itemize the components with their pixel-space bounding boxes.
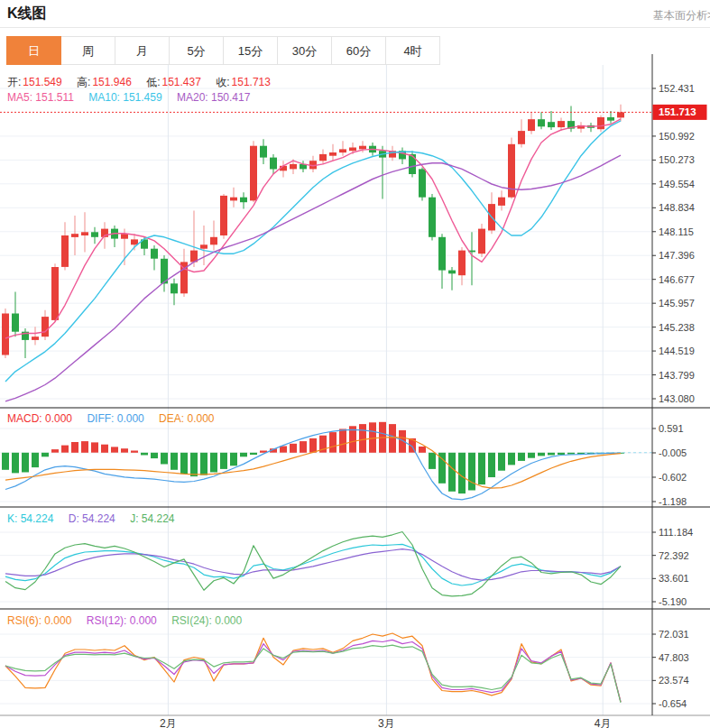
svg-text:-0.005: -0.005: [659, 447, 687, 458]
svg-text:148.115: 148.115: [659, 226, 694, 237]
price-badge: 151.713: [659, 106, 696, 117]
rsi24-value: RSI(24): 0.000: [171, 614, 242, 627]
svg-text:145.957: 145.957: [659, 298, 695, 309]
tab-5min[interactable]: 5分: [169, 36, 224, 65]
svg-text:72.392: 72.392: [659, 550, 689, 561]
svg-text:23.574: 23.574: [659, 675, 689, 686]
tab-month[interactable]: 月: [115, 36, 170, 65]
kdj-legend: K: 54.224 D: 54.224 J: 54.224: [7, 512, 187, 525]
svg-text:147.396: 147.396: [659, 250, 695, 261]
ma5-value: MA5: 151.511: [7, 91, 74, 104]
ohlc-high: 高:151.946: [77, 76, 132, 88]
kline-app: K线图 基本面分析> 日周月5分15分30分60分4时 152.431150.9…: [0, 0, 710, 728]
ohlc-legend: 开:151.549 高:151.946 低:151.437 收:151.713: [7, 75, 282, 90]
svg-text:111.184: 111.184: [659, 527, 693, 538]
svg-text:150.992: 150.992: [659, 131, 695, 142]
ohlc-close: 收:151.713: [216, 76, 271, 88]
tab-4hour[interactable]: 4时: [385, 36, 440, 65]
period-tab-bar: 日周月5分15分30分60分4时: [7, 36, 440, 65]
macd-histogram: [2, 422, 624, 493]
rsi12-value: RSI(12): 0.000: [87, 614, 157, 627]
svg-text:143.799: 143.799: [659, 370, 695, 381]
svg-text:-0.602: -0.602: [659, 472, 687, 483]
svg-text:146.677: 146.677: [659, 274, 695, 285]
rsi6-value: RSI(6): 0.000: [7, 614, 71, 627]
tab-15min[interactable]: 15分: [223, 36, 278, 65]
j-line: [5, 532, 621, 596]
svg-text:33.601: 33.601: [659, 573, 689, 584]
svg-text:72.031: 72.031: [659, 629, 689, 640]
svg-text:-5.190: -5.190: [659, 596, 687, 607]
svg-text:149.554: 149.554: [659, 179, 695, 189]
ma20-line: [5, 155, 621, 401]
tab-week[interactable]: 周: [60, 36, 115, 65]
x-axis-month-label: 4月: [595, 717, 612, 728]
k-value: K: 54.224: [7, 512, 53, 525]
ma-legend: MA5: 151.511 MA10: 151.459 MA20: 150.417: [7, 91, 262, 104]
d-value: D: 54.224: [69, 512, 115, 525]
tab-30min[interactable]: 30分: [277, 36, 332, 65]
k-line: [5, 544, 621, 585]
svg-text:145.238: 145.238: [659, 322, 695, 333]
tab-60min[interactable]: 60分: [331, 36, 386, 65]
x-axis-month-label: 2月: [160, 717, 177, 728]
svg-text:-1.198: -1.198: [659, 496, 687, 507]
rsi24-line: [5, 645, 621, 703]
svg-text:47.803: 47.803: [659, 652, 689, 663]
diff-value: DIFF: 0.000: [87, 412, 143, 425]
svg-text:152.431: 152.431: [659, 83, 695, 94]
svg-text:0.591: 0.591: [659, 423, 684, 434]
dea-value: DEA: 0.000: [159, 412, 214, 425]
ma10-value: MA10: 151.459: [88, 91, 161, 104]
svg-text:-0.654: -0.654: [659, 698, 687, 709]
svg-text:150.273: 150.273: [659, 154, 695, 165]
ohlc-open: 开:151.549: [7, 76, 62, 88]
j-value: J: 54.224: [130, 512, 174, 525]
tab-day[interactable]: 日: [6, 36, 61, 65]
svg-text:148.834: 148.834: [659, 202, 695, 213]
ma20-value: MA20: 150.417: [177, 91, 250, 104]
x-axis-month-label: 3月: [378, 717, 395, 728]
svg-text:143.080: 143.080: [659, 393, 695, 404]
ohlc-low: 低:151.437: [146, 76, 201, 88]
macd-legend: MACD: 0.000 DIFF: 0.000 DEA: 0.000: [7, 412, 226, 425]
rsi-legend: RSI(6): 0.000 RSI(12): 0.000 RSI(24): 0.…: [7, 614, 254, 627]
ma5-line: [5, 119, 621, 338]
rsi6-line: [5, 633, 621, 702]
d-line: [5, 549, 621, 581]
macd-value: MACD: 0.000: [7, 412, 72, 425]
svg-text:144.519: 144.519: [659, 346, 695, 356]
